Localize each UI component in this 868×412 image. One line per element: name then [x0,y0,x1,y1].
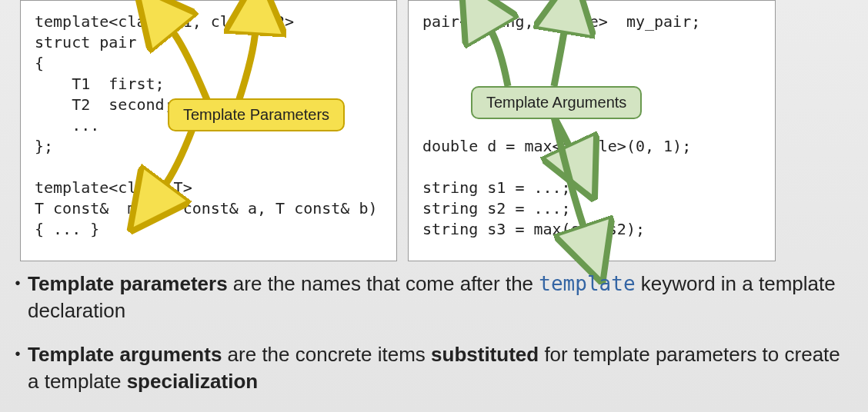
bullet-2-text: Template arguments are the concrete item… [28,341,854,395]
bullet-dot-icon: • [8,271,28,295]
template-keyword: template [539,272,635,295]
bullet-1-text: Template parameters are the names that c… [28,271,854,324]
bullet-2-term: Template arguments [28,343,222,366]
bullet-list: • Template parameters are the names that… [8,271,854,412]
bullet-dot-icon: • [8,341,28,366]
code-right: pair<string, double> my_pair; double d =… [408,0,776,261]
bullet-1-term: Template parameters [28,272,228,295]
bullet-2-specialization: specialization [127,370,259,393]
bullet-2-substituted: substituted [431,343,539,366]
callout-template-parameters: Template Parameters [168,98,345,131]
bullet-1-mid: are the names that come after the [228,272,539,295]
bullet-2-mid: are the concrete items [222,343,431,366]
bullet-1: • Template parameters are the names that… [8,271,854,324]
bullet-2: • Template arguments are the concrete it… [8,341,854,395]
slide: template<class T1, class T2> struct pair… [0,0,868,412]
callout-template-arguments: Template Arguments [471,86,642,119]
